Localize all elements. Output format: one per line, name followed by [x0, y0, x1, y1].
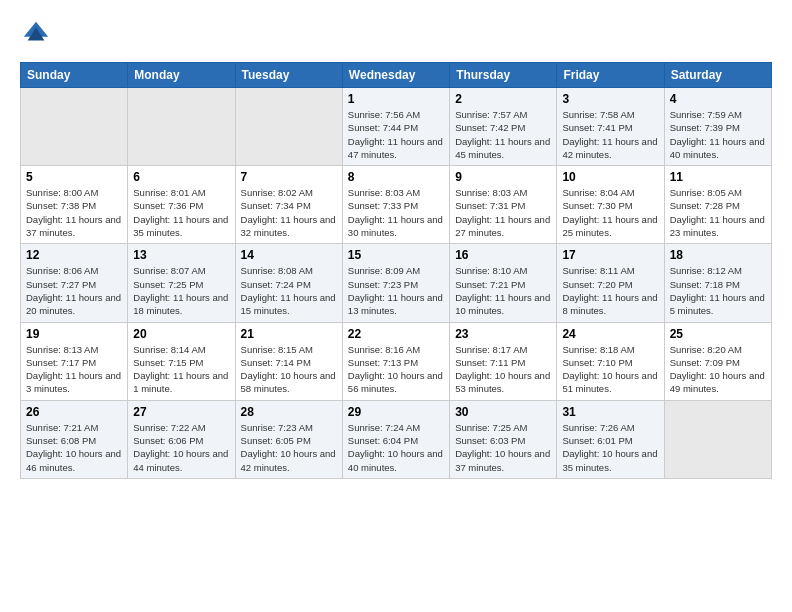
day-number: 21: [241, 327, 337, 341]
day-number: 11: [670, 170, 766, 184]
day-info: Sunrise: 8:03 AMSunset: 7:31 PMDaylight:…: [455, 186, 551, 239]
calendar-week: 1Sunrise: 7:56 AMSunset: 7:44 PMDaylight…: [21, 88, 772, 166]
calendar-cell: 10Sunrise: 8:04 AMSunset: 7:30 PMDayligh…: [557, 166, 664, 244]
logo: [20, 20, 54, 52]
day-info: Sunrise: 8:16 AMSunset: 7:13 PMDaylight:…: [348, 343, 444, 396]
day-info: Sunrise: 8:07 AMSunset: 7:25 PMDaylight:…: [133, 264, 229, 317]
calendar-table: SundayMondayTuesdayWednesdayThursdayFrid…: [20, 62, 772, 479]
day-info: Sunrise: 7:25 AMSunset: 6:03 PMDaylight:…: [455, 421, 551, 474]
calendar-cell: 5Sunrise: 8:00 AMSunset: 7:38 PMDaylight…: [21, 166, 128, 244]
calendar-cell: 26Sunrise: 7:21 AMSunset: 6:08 PMDayligh…: [21, 400, 128, 478]
day-number: 15: [348, 248, 444, 262]
header-row: SundayMondayTuesdayWednesdayThursdayFrid…: [21, 63, 772, 88]
calendar-cell: 6Sunrise: 8:01 AMSunset: 7:36 PMDaylight…: [128, 166, 235, 244]
day-number: 23: [455, 327, 551, 341]
calendar-cell: 9Sunrise: 8:03 AMSunset: 7:31 PMDaylight…: [450, 166, 557, 244]
calendar-cell: [235, 88, 342, 166]
day-number: 12: [26, 248, 122, 262]
calendar-cell: 15Sunrise: 8:09 AMSunset: 7:23 PMDayligh…: [342, 244, 449, 322]
day-number: 26: [26, 405, 122, 419]
calendar-cell: 29Sunrise: 7:24 AMSunset: 6:04 PMDayligh…: [342, 400, 449, 478]
calendar-header: SundayMondayTuesdayWednesdayThursdayFrid…: [21, 63, 772, 88]
day-info: Sunrise: 7:26 AMSunset: 6:01 PMDaylight:…: [562, 421, 658, 474]
header-day: Thursday: [450, 63, 557, 88]
day-info: Sunrise: 8:02 AMSunset: 7:34 PMDaylight:…: [241, 186, 337, 239]
day-number: 20: [133, 327, 229, 341]
calendar-cell: 8Sunrise: 8:03 AMSunset: 7:33 PMDaylight…: [342, 166, 449, 244]
day-info: Sunrise: 7:59 AMSunset: 7:39 PMDaylight:…: [670, 108, 766, 161]
day-number: 7: [241, 170, 337, 184]
header-day: Sunday: [21, 63, 128, 88]
day-number: 1: [348, 92, 444, 106]
day-info: Sunrise: 7:24 AMSunset: 6:04 PMDaylight:…: [348, 421, 444, 474]
day-info: Sunrise: 8:01 AMSunset: 7:36 PMDaylight:…: [133, 186, 229, 239]
calendar-cell: 2Sunrise: 7:57 AMSunset: 7:42 PMDaylight…: [450, 88, 557, 166]
day-info: Sunrise: 8:17 AMSunset: 7:11 PMDaylight:…: [455, 343, 551, 396]
header-day: Monday: [128, 63, 235, 88]
calendar-cell: 19Sunrise: 8:13 AMSunset: 7:17 PMDayligh…: [21, 322, 128, 400]
calendar-cell: [21, 88, 128, 166]
day-info: Sunrise: 8:13 AMSunset: 7:17 PMDaylight:…: [26, 343, 122, 396]
day-number: 5: [26, 170, 122, 184]
day-number: 13: [133, 248, 229, 262]
calendar-cell: 28Sunrise: 7:23 AMSunset: 6:05 PMDayligh…: [235, 400, 342, 478]
header-day: Wednesday: [342, 63, 449, 88]
day-number: 29: [348, 405, 444, 419]
calendar-week: 12Sunrise: 8:06 AMSunset: 7:27 PMDayligh…: [21, 244, 772, 322]
day-number: 18: [670, 248, 766, 262]
calendar-cell: 25Sunrise: 8:20 AMSunset: 7:09 PMDayligh…: [664, 322, 771, 400]
calendar-week: 5Sunrise: 8:00 AMSunset: 7:38 PMDaylight…: [21, 166, 772, 244]
calendar-cell: 12Sunrise: 8:06 AMSunset: 7:27 PMDayligh…: [21, 244, 128, 322]
calendar-cell: 30Sunrise: 7:25 AMSunset: 6:03 PMDayligh…: [450, 400, 557, 478]
day-number: 4: [670, 92, 766, 106]
page-header: [20, 20, 772, 52]
day-number: 17: [562, 248, 658, 262]
calendar-cell: 14Sunrise: 8:08 AMSunset: 7:24 PMDayligh…: [235, 244, 342, 322]
calendar-cell: [128, 88, 235, 166]
day-number: 24: [562, 327, 658, 341]
header-day: Friday: [557, 63, 664, 88]
calendar-cell: 4Sunrise: 7:59 AMSunset: 7:39 PMDaylight…: [664, 88, 771, 166]
day-info: Sunrise: 7:56 AMSunset: 7:44 PMDaylight:…: [348, 108, 444, 161]
calendar-cell: 17Sunrise: 8:11 AMSunset: 7:20 PMDayligh…: [557, 244, 664, 322]
day-number: 9: [455, 170, 551, 184]
day-number: 30: [455, 405, 551, 419]
calendar-cell: 7Sunrise: 8:02 AMSunset: 7:34 PMDaylight…: [235, 166, 342, 244]
logo-icon: [22, 20, 50, 48]
day-number: 10: [562, 170, 658, 184]
day-info: Sunrise: 8:03 AMSunset: 7:33 PMDaylight:…: [348, 186, 444, 239]
day-info: Sunrise: 8:09 AMSunset: 7:23 PMDaylight:…: [348, 264, 444, 317]
calendar-cell: 3Sunrise: 7:58 AMSunset: 7:41 PMDaylight…: [557, 88, 664, 166]
day-info: Sunrise: 8:08 AMSunset: 7:24 PMDaylight:…: [241, 264, 337, 317]
calendar-cell: 21Sunrise: 8:15 AMSunset: 7:14 PMDayligh…: [235, 322, 342, 400]
day-info: Sunrise: 8:04 AMSunset: 7:30 PMDaylight:…: [562, 186, 658, 239]
calendar-week: 19Sunrise: 8:13 AMSunset: 7:17 PMDayligh…: [21, 322, 772, 400]
calendar-cell: 1Sunrise: 7:56 AMSunset: 7:44 PMDaylight…: [342, 88, 449, 166]
calendar-body: 1Sunrise: 7:56 AMSunset: 7:44 PMDaylight…: [21, 88, 772, 479]
day-info: Sunrise: 8:11 AMSunset: 7:20 PMDaylight:…: [562, 264, 658, 317]
day-number: 22: [348, 327, 444, 341]
header-day: Tuesday: [235, 63, 342, 88]
day-info: Sunrise: 7:58 AMSunset: 7:41 PMDaylight:…: [562, 108, 658, 161]
calendar-cell: 13Sunrise: 8:07 AMSunset: 7:25 PMDayligh…: [128, 244, 235, 322]
day-number: 2: [455, 92, 551, 106]
day-number: 16: [455, 248, 551, 262]
calendar-cell: 27Sunrise: 7:22 AMSunset: 6:06 PMDayligh…: [128, 400, 235, 478]
day-info: Sunrise: 8:18 AMSunset: 7:10 PMDaylight:…: [562, 343, 658, 396]
day-info: Sunrise: 8:05 AMSunset: 7:28 PMDaylight:…: [670, 186, 766, 239]
calendar-cell: 31Sunrise: 7:26 AMSunset: 6:01 PMDayligh…: [557, 400, 664, 478]
day-info: Sunrise: 8:15 AMSunset: 7:14 PMDaylight:…: [241, 343, 337, 396]
calendar-week: 26Sunrise: 7:21 AMSunset: 6:08 PMDayligh…: [21, 400, 772, 478]
calendar-cell: 22Sunrise: 8:16 AMSunset: 7:13 PMDayligh…: [342, 322, 449, 400]
calendar-cell: 16Sunrise: 8:10 AMSunset: 7:21 PMDayligh…: [450, 244, 557, 322]
day-number: 8: [348, 170, 444, 184]
calendar-cell: [664, 400, 771, 478]
calendar-cell: 20Sunrise: 8:14 AMSunset: 7:15 PMDayligh…: [128, 322, 235, 400]
day-number: 31: [562, 405, 658, 419]
day-number: 3: [562, 92, 658, 106]
day-info: Sunrise: 8:14 AMSunset: 7:15 PMDaylight:…: [133, 343, 229, 396]
day-info: Sunrise: 7:21 AMSunset: 6:08 PMDaylight:…: [26, 421, 122, 474]
calendar-cell: 23Sunrise: 8:17 AMSunset: 7:11 PMDayligh…: [450, 322, 557, 400]
day-number: 14: [241, 248, 337, 262]
day-number: 19: [26, 327, 122, 341]
